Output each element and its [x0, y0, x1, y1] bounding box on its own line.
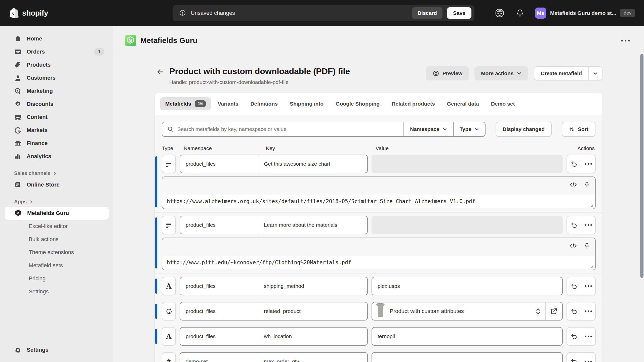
scrollbar[interactable]	[640, 54, 643, 278]
code-view-icon[interactable]	[570, 182, 577, 189]
search-input[interactable]	[177, 126, 398, 132]
revert-icon[interactable]	[567, 353, 581, 362]
sidebar-item-home[interactable]: Home	[5, 32, 109, 45]
key-field[interactable]: related_product	[258, 302, 367, 320]
more-options-icon[interactable]	[581, 353, 595, 362]
account-menu[interactable]: Ms Metafields Guru demo st... dev	[535, 8, 635, 19]
sidebar-item-analytics[interactable]: Analytics	[5, 150, 109, 163]
save-button[interactable]: Save	[447, 7, 471, 19]
external-link-icon[interactable]	[546, 308, 562, 315]
revert-icon[interactable]	[567, 302, 581, 320]
tab-metafields[interactable]: Metafields 16	[160, 97, 211, 110]
sidebar-item-discounts[interactable]: Discounts	[5, 98, 109, 111]
sort-button[interactable]: Sort	[562, 122, 595, 137]
more-options-icon[interactable]	[581, 216, 595, 234]
sidebar-subitem-settings[interactable]: Settings	[5, 285, 109, 298]
revert-icon[interactable]	[567, 328, 581, 345]
row-actions	[567, 352, 596, 362]
pin-icon[interactable]	[584, 182, 590, 189]
type-text-icon[interactable]: A	[162, 327, 176, 346]
sidebar-subitem-pricing[interactable]: Pricing	[5, 272, 109, 285]
sidebar-item-online-store[interactable]: Online Store	[5, 178, 109, 191]
namespace-field[interactable]: product_files	[180, 216, 258, 234]
value-text[interactable]: https://www.alzheimers.org.uk/sites/defa…	[163, 195, 595, 208]
apps-section[interactable]: Apps	[5, 199, 109, 205]
namespace-field[interactable]: product_files	[180, 277, 258, 295]
value-editor[interactable]: http://www.pitt.edu/~kconover/ftp/Clothi…	[162, 238, 596, 270]
discard-button[interactable]: Discard	[412, 7, 442, 19]
select-stepper-icon[interactable]	[531, 307, 545, 315]
create-metafield-dropdown[interactable]	[589, 67, 602, 80]
more-options-icon[interactable]	[581, 328, 595, 345]
value-input[interactable]	[372, 277, 563, 295]
type-filter-button[interactable]: Type	[454, 122, 485, 136]
product-reference-select[interactable]: Product with custom attributes	[372, 302, 563, 321]
shopify-logo[interactable]: S shopify	[9, 8, 48, 19]
more-actions-button[interactable]: More actions	[474, 66, 528, 80]
type-number-icon[interactable]: #	[162, 352, 176, 362]
tab-definitions[interactable]: Definitions	[245, 98, 283, 110]
search-field[interactable]	[162, 122, 404, 136]
sidebar-subitem-theme-extensions[interactable]: Theme extensions	[5, 246, 109, 259]
value-text[interactable]: http://www.pitt.edu/~kconover/ftp/Clothi…	[163, 256, 595, 269]
tab-variants[interactable]: Variants	[213, 98, 244, 110]
sidebar-item-products[interactable]: Products	[5, 58, 109, 71]
tab-google-shopping[interactable]: Google Shopping	[331, 98, 385, 110]
key-field[interactable]: wh_location	[258, 328, 367, 345]
more-options-icon[interactable]	[581, 302, 595, 320]
display-changed-button[interactable]: Display changed	[496, 122, 552, 137]
namespace-field[interactable]: product_files	[180, 328, 258, 345]
resize-handle-icon[interactable]	[590, 204, 594, 207]
tab-general-data[interactable]: General data	[442, 98, 484, 110]
resize-handle-icon[interactable]	[590, 265, 594, 268]
key-field[interactable]: max_order_qty	[258, 353, 367, 362]
sidebar-item-settings[interactable]: Settings	[5, 343, 109, 356]
sidebar-item-markets[interactable]: $ Markets	[5, 124, 109, 137]
namespace-field[interactable]: product_files	[180, 155, 258, 173]
sidebar-item-finance[interactable]: Finance	[5, 137, 109, 150]
sidebar-item-orders[interactable]: Orders 1	[5, 45, 109, 58]
key-field[interactable]: Get this awesome size chart	[258, 155, 367, 173]
namespace-field[interactable]: product_files	[180, 302, 258, 320]
tab-demo-set[interactable]: Demo set	[486, 98, 520, 110]
sales-channels-section[interactable]: Sales channels	[5, 170, 109, 176]
sidebar-subitem-excel-like-editor[interactable]: Excel-like editor	[5, 220, 109, 233]
key-field[interactable]: shipping_method	[258, 277, 367, 295]
preview-button[interactable]: Preview	[426, 66, 469, 80]
create-metafield-button[interactable]: Create metafield	[534, 67, 588, 80]
value-editor[interactable]: https://www.alzheimers.org.uk/sites/defa…	[162, 176, 596, 209]
key-field[interactable]: Learn more about the materials	[258, 216, 367, 234]
sidebar-subitem-bulk-actions[interactable]: Bulk actions	[5, 233, 109, 246]
value-input[interactable]	[372, 327, 563, 346]
namespace-filter-button[interactable]: Namespace	[404, 122, 453, 136]
revert-icon[interactable]	[567, 155, 581, 173]
type-multiline-icon[interactable]	[162, 216, 176, 234]
sidebar-item-customers[interactable]: Customers	[5, 71, 109, 84]
sidebar-item-metafields-guru[interactable]: M Metafields Guru	[5, 207, 109, 220]
row-actions	[567, 216, 596, 234]
notifications-bell-icon[interactable]	[515, 9, 525, 18]
type-text-icon[interactable]: A	[162, 277, 176, 295]
more-options-icon[interactable]	[581, 155, 595, 173]
sidebar-item-content[interactable]: Content	[5, 111, 109, 124]
value-input[interactable]	[372, 352, 563, 362]
revert-icon[interactable]	[567, 216, 581, 234]
row-actions	[567, 327, 596, 346]
tab-related-products[interactable]: Related products	[387, 98, 440, 110]
pin-icon[interactable]	[584, 243, 590, 250]
sidebar-subitem-metafield-sets[interactable]: Metafield sets	[5, 259, 109, 272]
revert-icon[interactable]	[567, 277, 581, 295]
store-name: Metafields Guru demo st...	[550, 10, 616, 16]
app-header-menu-icon[interactable]	[619, 37, 632, 44]
type-reference-icon[interactable]	[162, 302, 176, 321]
namespace-field[interactable]: demo-set	[180, 353, 258, 362]
more-options-icon[interactable]	[581, 277, 595, 295]
code-view-icon[interactable]	[570, 243, 577, 250]
tab-shipping-info[interactable]: Shipping info	[285, 98, 329, 110]
markets-globe-icon: $	[14, 126, 22, 134]
type-multiline-icon[interactable]	[162, 155, 176, 173]
search-icon	[167, 126, 174, 132]
back-arrow-icon[interactable]	[155, 66, 166, 77]
sidekick-assistant-icon[interactable]	[494, 8, 505, 18]
sidebar-item-marketing[interactable]: Marketing	[5, 84, 109, 98]
